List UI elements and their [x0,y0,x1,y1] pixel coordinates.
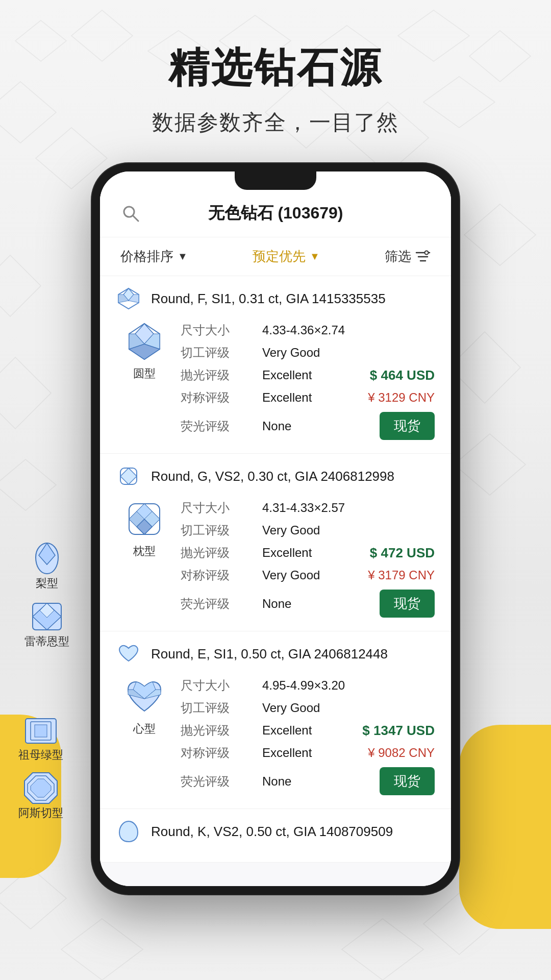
search-button[interactable] [120,203,141,224]
diamond-entry-4[interactable]: Round, K, VS2, 0.50 ct, GIA 1408709509 [100,809,451,863]
sort-bar: 价格排序 ▼ 预定优先 ▼ 筛选 [100,237,451,276]
asscher-shape-icon[interactable]: 阿斯切型 [18,771,63,821]
radiant-icon-svg [29,599,65,634]
spec-row-cut: 切工评级 Very Good [181,341,435,364]
diamond-icon-heart-large [124,676,165,717]
phone-frame: 无色钻石 (103679) 价格排序 ▼ 预定优先 ▼ 筛选 [92,163,459,894]
svg-marker-20 [61,919,143,980]
diamond-entry-3-header: Round, E, SI1, 0.50 ct, GIA 2406812448 [116,642,435,666]
svg-marker-17 [454,434,525,495]
svg-marker-16 [0,459,56,510]
spec-row-fluorescence: 荧光评级 None 现货 [181,409,435,443]
svg-marker-38 [120,468,137,484]
diamond-entry-4-header: Round, K, VS2, 0.50 ct, GIA 1408709509 [116,819,435,844]
app-title: 无色钻石 (103679) [208,202,343,225]
hero-subtitle: 数据参数齐全，一目了然 [0,108,551,137]
spec2-row-fluorescence: 荧光评级 None 现货 [181,586,435,621]
asscher-icon-svg [22,771,59,805]
spec3-row-polish: 抛光评级 Excellent $ 1347 USD [181,719,435,742]
svg-rect-51 [35,725,47,737]
diamond-icon-pillow-small [116,464,141,488]
diamond-2-title: Round, G, VS2, 0.30 ct, GIA 2406812998 [151,469,394,484]
spec-row-polish: 抛光评级 Excellent $ 464 USD [181,364,435,386]
diamond-entry-3[interactable]: Round, E, SI1, 0.50 ct, GIA 2406812448 [100,631,451,809]
radiant-shape-icon[interactable]: 雷蒂恩型 [24,599,69,649]
svg-marker-21 [342,919,423,980]
diamond-3-icon-col: 心型 [116,674,172,737]
stock-button-1[interactable]: 现货 [380,412,435,440]
diamond-icon-heart-small [116,642,141,666]
emerald-label: 祖母绿型 [18,747,63,763]
pear-shape-icon[interactable]: 梨型 [32,541,62,591]
diamond-icon-round-small [116,286,141,311]
pear-label: 梨型 [36,576,58,591]
diamond-3-title: Round, E, SI1, 0.50 ct, GIA 2406812448 [151,646,388,662]
phone-wrapper: 无色钻石 (103679) 价格排序 ▼ 预定优先 ▼ 筛选 [92,163,459,894]
diamond-1-title: Round, F, SI1, 0.31 ct, GIA 1415335535 [151,291,386,307]
svg-point-27 [425,251,429,254]
diamond-2-specs: 尺寸大小 4.31-4.33×2.57 切工评级 Very Good 抛光评级 … [172,497,435,621]
hero-section: 精选钻石源 数据参数齐全，一目了然 [0,41,551,137]
svg-line-23 [133,216,138,221]
phone-notch [235,172,316,190]
diamond-icon-pillow-large [124,499,165,540]
spec2-row-size: 尺寸大小 4.31-4.33×2.57 [181,497,435,519]
sort-priority[interactable]: 预定优先 ▼ [253,248,320,265]
svg-marker-15 [449,332,520,403]
phone-screen: 无色钻石 (103679) 价格排序 ▼ 预定优先 ▼ 筛选 [100,172,451,886]
diamond-2-icon-col: 枕型 [116,497,172,559]
spec3-row-cut: 切工评级 Very Good [181,697,435,719]
svg-marker-12 [0,255,41,316]
asscher-label: 阿斯切型 [18,805,63,821]
stock-button-3[interactable]: 现货 [380,767,435,795]
svg-marker-13 [464,204,536,265]
spec3-row-size: 尺寸大小 4.95-4.99×3.20 [181,674,435,697]
spec2-row-symmetry: 对称评级 Very Good ¥ 3179 CNY [181,564,435,586]
spec3-row-symmetry: 对称评级 Excellent ¥ 9082 CNY [181,742,435,764]
diamond-entry-1-header: Round, F, SI1, 0.31 ct, GIA 1415335535 [116,286,435,311]
diamond-icon-round-large [124,321,165,362]
diamond-entry-2-header: Round, G, VS2, 0.30 ct, GIA 2406812998 [116,464,435,488]
spec-row-size: 尺寸大小 4.33-4.36×2.74 [181,319,435,341]
stock-button-2[interactable]: 现货 [380,590,435,618]
hero-title: 精选钻石源 [0,41,551,96]
spec2-row-cut: 切工评级 Very Good [181,519,435,542]
sort-price[interactable]: 价格排序 ▼ [120,248,188,265]
diamond-entry-2[interactable]: Round, G, VS2, 0.30 ct, GIA 2406812998 [100,454,451,631]
sort-priority-arrow: ▼ [310,251,320,262]
yellow-accent-right [459,725,551,929]
diamond-4-title: Round, K, VS2, 0.50 ct, GIA 1408709509 [151,824,393,840]
pear-icon-svg [32,541,62,576]
diamond-icon-pear-small [116,819,141,844]
emerald-icon-svg [21,715,60,747]
diamond-2-label: 枕型 [133,544,156,559]
diamond-1-icon-col: 圆型 [116,319,172,381]
emerald-shape-icon[interactable]: 祖母绿型 [18,715,63,763]
spec-row-symmetry: 对称评级 Excellent ¥ 3129 CNY [181,386,435,409]
left-sidebar-shapes: 梨型 雷蒂恩型 [24,541,69,649]
filter-button[interactable]: 筛选 [385,248,431,265]
bottom-sidebar-shapes: 祖母绿型 阿斯切型 [18,715,63,821]
diamond-1-label: 圆型 [133,366,156,381]
diamond-3-label: 心型 [133,721,156,737]
diamond-3-specs: 尺寸大小 4.95-4.99×3.20 切工评级 Very Good 抛光评级 … [172,674,435,798]
spec3-row-fluorescence: 荧光评级 None 现货 [181,764,435,798]
diamond-list: Round, F, SI1, 0.31 ct, GIA 1415335535 [100,276,451,863]
sort-price-arrow: ▼ [178,251,188,262]
svg-marker-14 [0,357,51,429]
diamond-1-specs: 尺寸大小 4.33-4.36×2.74 切工评级 Very Good 抛光评级 … [172,319,435,443]
app-content: 无色钻石 (103679) 价格排序 ▼ 预定优先 ▼ 筛选 [100,172,451,886]
spec2-row-polish: 抛光评级 Excellent $ 472 USD [181,542,435,564]
radiant-label: 雷蒂恩型 [24,634,69,649]
diamond-entry-1[interactable]: Round, F, SI1, 0.31 ct, GIA 1415335535 [100,276,451,454]
